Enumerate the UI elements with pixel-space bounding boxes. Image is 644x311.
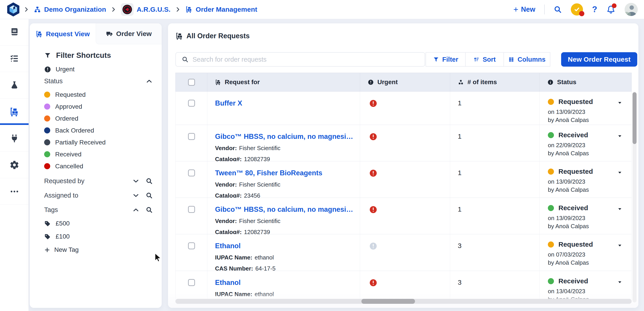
status-color-dot [548, 205, 554, 211]
rail-item-notebook[interactable] [0, 19, 28, 45]
section-assigned-to[interactable]: Assigned to [44, 188, 153, 203]
status-filter-item[interactable]: Received [44, 148, 153, 160]
status-label: Received [558, 131, 588, 139]
status-filter-label: Back Ordered [55, 127, 94, 134]
tasks-status-badge[interactable] [571, 3, 583, 15]
chevron-right-icon [110, 6, 116, 12]
chevron-up-icon[interactable] [132, 206, 140, 213]
status-filter-item[interactable]: Requested [44, 89, 153, 101]
request-link[interactable]: Gibco™ HBSS, no calcium, no magnesi… [215, 133, 360, 141]
search-icon[interactable] [146, 206, 153, 213]
status-dropdown-caret[interactable] [617, 279, 623, 285]
tag-item[interactable]: £100 [44, 230, 153, 243]
column-header--of-items[interactable]: # of items [450, 73, 540, 91]
row-select-cell [176, 198, 207, 234]
status-filter-item[interactable]: Back Ordered [44, 124, 153, 136]
breadcrumb-group[interactable]: A.R.G.U.S. [121, 3, 170, 16]
status-filter-label: Cancelled [55, 163, 83, 170]
global-search-icon[interactable] [554, 5, 562, 13]
status-filter-item[interactable]: Partially Received [44, 136, 153, 148]
tag-item[interactable]: £500 [44, 217, 153, 230]
search-icon[interactable] [146, 192, 153, 199]
filter-button[interactable]: Filter [426, 52, 466, 67]
vertical-scrollbar[interactable] [632, 92, 636, 303]
notifications-bell-icon[interactable] [606, 5, 616, 14]
status-filter-item[interactable]: Cancelled [44, 160, 153, 172]
status-dropdown-caret[interactable] [617, 169, 623, 176]
request-link[interactable]: Gibco™ HBSS, no calcium, no magnesi… [215, 205, 360, 214]
user-avatar[interactable] [625, 3, 638, 16]
horizontal-scrollbar[interactable] [176, 299, 632, 304]
columns-button[interactable]: Columns [504, 52, 550, 67]
tab-order-view[interactable]: Order View [96, 23, 162, 44]
filter-urgent[interactable]: Urgent [44, 64, 153, 74]
tab-order-view-label: Order View [116, 30, 152, 37]
chevron-up-icon[interactable] [146, 78, 153, 85]
breadcrumb-organization[interactable]: Demo Organization [34, 6, 106, 13]
row-checkbox[interactable] [188, 100, 195, 107]
status-dropdown-caret[interactable] [617, 206, 623, 212]
row-checkbox[interactable] [188, 133, 195, 140]
request-link[interactable]: Tween™ 80, Fisher BioReagents [215, 169, 360, 177]
sort-button[interactable]: Sort [465, 52, 504, 67]
status-dropdown-caret[interactable] [617, 242, 623, 249]
filter-shortcuts-body: Filter Shortcuts Urgent Status Requested… [30, 44, 162, 256]
caret-icon [617, 169, 623, 176]
rail-item-samples[interactable] [0, 72, 28, 99]
tag-icon [44, 233, 51, 240]
status-label: Requested [558, 168, 593, 175]
search-icon[interactable] [146, 178, 153, 185]
section-requested-by[interactable]: Requested by [44, 174, 153, 188]
row-checkbox[interactable] [188, 206, 195, 213]
new-order-request-button[interactable]: New Order Request [561, 52, 637, 67]
row-checkbox[interactable] [188, 279, 195, 286]
chevron-down-icon[interactable] [132, 192, 140, 199]
column-header-label: Status [557, 78, 576, 86]
table-row: Gibco™ HBSS, no calcium, no magnesi…Vend… [176, 125, 632, 161]
row-checkbox[interactable] [188, 242, 195, 249]
vertical-scrollbar-thumb[interactable] [632, 92, 636, 144]
rail-item-orders[interactable] [0, 99, 28, 125]
status-dropdown-caret[interactable] [617, 100, 623, 106]
column-header-status[interactable]: Status [540, 73, 632, 91]
request-meta: Catalog#:12082739 [215, 156, 360, 161]
urgent-cell [360, 125, 450, 161]
order-management-app: Demo Organization A.R.G.U.S. Order Manag… [0, 0, 644, 311]
column-header-urgent[interactable]: Urgent [360, 73, 450, 91]
breadcrumb-module[interactable]: Order Management [185, 6, 257, 13]
request-link[interactable]: Ethanol [215, 279, 360, 287]
rail-item-more[interactable] [0, 178, 28, 205]
request-link[interactable]: Ethanol [215, 242, 360, 250]
select-all-checkbox[interactable] [188, 79, 195, 86]
columns-icon [508, 56, 514, 62]
request-meta: Vendor:Fisher Scientific [215, 218, 360, 225]
section-tags[interactable]: Tags [44, 203, 153, 217]
rail-item-settings[interactable] [0, 152, 28, 178]
rail-item-integrations[interactable] [0, 125, 28, 152]
order-requests-table: Request forUrgent# of itemsStatus Buffer… [176, 73, 632, 303]
status-date: on 13/09/2023 [548, 108, 632, 115]
horizontal-scrollbar-thumb[interactable] [362, 299, 415, 304]
flask-icon [10, 80, 19, 90]
status-filter-item[interactable]: Ordered [44, 112, 153, 124]
items-count: 3 [458, 279, 540, 286]
column-header-request-for[interactable]: Request for [207, 73, 360, 91]
section-status-label: Status [44, 77, 140, 85]
new-button[interactable]: New [513, 5, 536, 13]
help-button[interactable]: ? [592, 5, 597, 14]
tab-request-view[interactable]: Request View [30, 23, 96, 44]
status-color-dot [44, 127, 50, 133]
app-logo-icon[interactable] [6, 2, 20, 17]
request-link[interactable]: Buffer X [215, 99, 360, 107]
order-search-input[interactable] [192, 56, 419, 63]
status-dropdown-caret[interactable] [617, 133, 623, 139]
chevron-down-icon[interactable] [132, 178, 140, 185]
breadcrumb-group-label: A.R.G.U.S. [137, 6, 170, 13]
status-by: by Anoä Calpas [548, 150, 632, 157]
new-tag-button[interactable]: New Tag [44, 244, 153, 256]
row-checkbox[interactable] [188, 169, 195, 176]
section-status[interactable]: Status [44, 76, 153, 86]
cart-icon [36, 30, 43, 37]
rail-item-tasks[interactable] [0, 45, 28, 72]
status-filter-item[interactable]: Approved [44, 101, 153, 112]
